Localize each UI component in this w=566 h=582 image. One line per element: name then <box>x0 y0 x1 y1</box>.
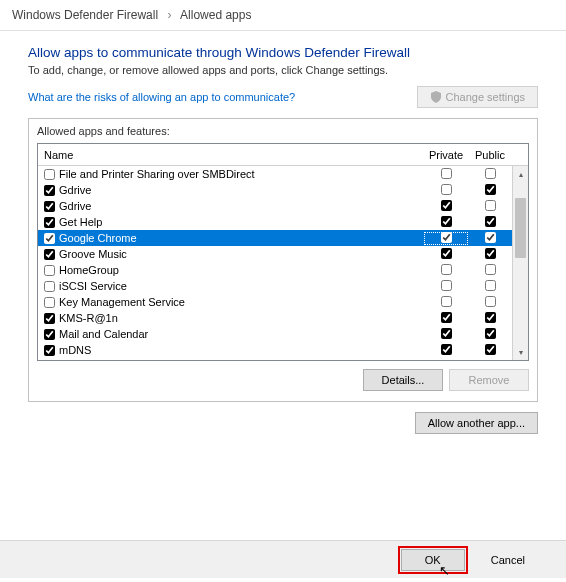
remove-button[interactable]: Remove <box>449 369 529 391</box>
scroll-thumb[interactable] <box>515 198 526 258</box>
vertical-scrollbar[interactable]: ▴ ▾ <box>512 166 528 360</box>
row-enable-checkbox[interactable] <box>44 265 55 276</box>
row-name-label: Groove Music <box>59 248 424 260</box>
row-public-checkbox[interactable] <box>485 184 496 195</box>
row-public-cell <box>468 280 512 293</box>
column-public[interactable]: Public <box>468 149 512 161</box>
row-name-label: iSCSI Service <box>59 280 424 292</box>
row-public-checkbox[interactable] <box>485 328 496 339</box>
row-name-label: Gdrive <box>59 200 424 212</box>
page-subtitle: To add, change, or remove allowed apps a… <box>28 64 538 76</box>
page-title: Allow apps to communicate through Window… <box>28 45 538 60</box>
row-private-checkbox[interactable] <box>441 344 452 355</box>
column-name[interactable]: Name <box>38 149 424 161</box>
allowed-apps-group: Allowed apps and features: Name Private … <box>28 118 538 402</box>
row-name-label: HomeGroup <box>59 264 424 276</box>
breadcrumb-current[interactable]: Allowed apps <box>180 8 251 22</box>
row-public-cell <box>468 168 512 181</box>
row-public-checkbox[interactable] <box>485 248 496 259</box>
row-name-label: mDNS <box>59 344 424 356</box>
row-name-label: Get Help <box>59 216 424 228</box>
row-private-checkbox[interactable] <box>441 248 452 259</box>
row-public-checkbox[interactable] <box>485 296 496 307</box>
row-private-checkbox[interactable] <box>441 184 452 195</box>
row-private-checkbox[interactable] <box>441 168 452 179</box>
row-public-checkbox[interactable] <box>485 264 496 275</box>
row-private-checkbox[interactable] <box>441 200 452 211</box>
row-private-checkbox[interactable] <box>441 328 452 339</box>
cancel-button[interactable]: Cancel <box>478 549 538 571</box>
table-row[interactable]: File and Printer Sharing over SMBDirect <box>38 166 512 182</box>
row-private-cell <box>424 264 468 277</box>
scroll-down-arrow[interactable]: ▾ <box>513 344 528 360</box>
table-row[interactable]: Gdrive <box>38 182 512 198</box>
row-private-checkbox[interactable] <box>441 296 452 307</box>
shield-icon <box>430 91 442 103</box>
apps-list: Name Private Public File and Printer Sha… <box>37 143 529 361</box>
change-settings-button[interactable]: Change settings <box>417 86 539 108</box>
scroll-up-arrow[interactable]: ▴ <box>513 166 528 182</box>
row-private-checkbox[interactable] <box>441 280 452 291</box>
row-name-label: File and Printer Sharing over SMBDirect <box>59 168 424 180</box>
row-public-cell <box>468 264 512 277</box>
row-enable-checkbox[interactable] <box>44 185 55 196</box>
row-enable-checkbox[interactable] <box>44 217 55 228</box>
row-private-checkbox[interactable] <box>441 264 452 275</box>
row-private-cell <box>424 184 468 197</box>
row-private-checkbox[interactable] <box>441 232 452 243</box>
row-enable-checkbox[interactable] <box>44 169 55 180</box>
allow-another-app-button[interactable]: Allow another app... <box>415 412 538 434</box>
table-row[interactable]: KMS-R@1n <box>38 310 512 326</box>
row-enable-checkbox[interactable] <box>44 313 55 324</box>
column-private[interactable]: Private <box>424 149 468 161</box>
row-public-checkbox[interactable] <box>485 344 496 355</box>
row-enable-checkbox[interactable] <box>44 233 55 244</box>
link-row: What are the risks of allowing an app to… <box>28 86 538 108</box>
row-private-cell <box>424 344 468 357</box>
row-public-checkbox[interactable] <box>485 232 496 243</box>
row-public-cell <box>468 232 512 245</box>
details-button[interactable]: Details... <box>363 369 443 391</box>
row-public-checkbox[interactable] <box>485 168 496 179</box>
scroll-track[interactable] <box>513 182 528 344</box>
list-header: Name Private Public <box>38 144 528 166</box>
table-row[interactable]: Mail and Calendar <box>38 326 512 342</box>
row-private-checkbox[interactable] <box>441 216 452 227</box>
risks-link[interactable]: What are the risks of allowing an app to… <box>28 91 295 103</box>
row-public-checkbox[interactable] <box>485 216 496 227</box>
details-remove-row: Details... Remove <box>37 369 529 391</box>
row-public-checkbox[interactable] <box>485 280 496 291</box>
chevron-right-icon: › <box>167 8 171 22</box>
table-row[interactable]: Groove Music <box>38 246 512 262</box>
table-row[interactable]: Google Chrome <box>38 230 512 246</box>
row-enable-checkbox[interactable] <box>44 281 55 292</box>
row-public-cell <box>468 344 512 357</box>
ok-button[interactable]: OK <box>401 549 465 571</box>
table-row[interactable]: iSCSI Service <box>38 278 512 294</box>
dialog-footer: OK Cancel <box>0 540 566 578</box>
row-private-checkbox[interactable] <box>441 312 452 323</box>
row-private-cell <box>424 296 468 309</box>
table-row[interactable]: Key Management Service <box>38 294 512 310</box>
table-row[interactable]: Gdrive <box>38 198 512 214</box>
list-body: File and Printer Sharing over SMBDirectG… <box>38 166 512 360</box>
row-private-cell <box>424 216 468 229</box>
row-public-checkbox[interactable] <box>485 312 496 323</box>
table-row[interactable]: HomeGroup <box>38 262 512 278</box>
table-row[interactable]: mDNS <box>38 342 512 358</box>
table-row[interactable]: Get Help <box>38 214 512 230</box>
row-name-label: Key Management Service <box>59 296 424 308</box>
groupbox-label: Allowed apps and features: <box>37 125 529 137</box>
row-enable-checkbox[interactable] <box>44 201 55 212</box>
row-enable-checkbox[interactable] <box>44 297 55 308</box>
row-public-cell <box>468 296 512 309</box>
change-settings-label: Change settings <box>446 91 526 103</box>
row-public-checkbox[interactable] <box>485 200 496 211</box>
row-enable-checkbox[interactable] <box>44 345 55 356</box>
row-enable-checkbox[interactable] <box>44 329 55 340</box>
row-private-cell <box>424 328 468 341</box>
row-enable-checkbox[interactable] <box>44 249 55 260</box>
breadcrumb[interactable]: Windows Defender Firewall › Allowed apps <box>0 0 566 31</box>
breadcrumb-root[interactable]: Windows Defender Firewall <box>12 8 158 22</box>
row-private-cell <box>424 232 468 245</box>
